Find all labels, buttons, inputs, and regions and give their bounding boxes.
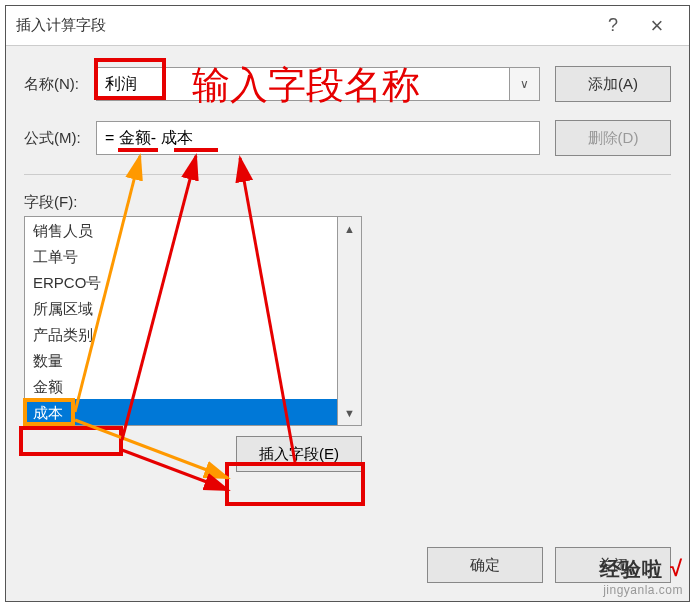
scrollbar[interactable]: ▲ ▼: [338, 216, 362, 426]
name-label: 名称(N):: [24, 75, 96, 94]
fields-label: 字段(F):: [24, 193, 671, 212]
dialog-content: 名称(N): ∨ 添加(A) 公式(M): 删除(D) 字段(F): 销售人员 …: [6, 46, 689, 482]
list-item[interactable]: 工单号: [25, 243, 337, 269]
list-item[interactable]: 产品类别: [25, 321, 337, 347]
list-item[interactable]: 销售人员: [25, 217, 337, 243]
help-button[interactable]: ?: [591, 6, 635, 46]
list-item-selected[interactable]: 成本: [25, 399, 337, 425]
list-item[interactable]: ERPCO号: [25, 269, 337, 295]
formula-label: 公式(M):: [24, 129, 96, 148]
dialog-title: 插入计算字段: [16, 16, 591, 35]
scroll-down-icon[interactable]: ▼: [338, 401, 361, 425]
add-button[interactable]: 添加(A): [555, 66, 671, 102]
delete-button[interactable]: 删除(D): [555, 120, 671, 156]
dialog-window: 插入计算字段 ? × 名称(N): ∨ 添加(A) 公式(M): 删除(D) 字…: [5, 5, 690, 602]
name-input[interactable]: [96, 67, 510, 101]
list-item[interactable]: 所属区域: [25, 295, 337, 321]
close-button-footer[interactable]: 关闭: [555, 547, 671, 583]
fields-listbox[interactable]: 销售人员 工单号 ERPCO号 所属区域 产品类别 数量 金额 成本: [24, 216, 338, 426]
list-item[interactable]: 数量: [25, 347, 337, 373]
scroll-up-icon[interactable]: ▲: [338, 217, 361, 241]
list-item[interactable]: 金额: [25, 373, 337, 399]
name-row: 名称(N): ∨ 添加(A): [24, 66, 671, 102]
name-dropdown-icon[interactable]: ∨: [510, 67, 540, 101]
name-field-wrap: ∨: [96, 67, 540, 101]
titlebar: 插入计算字段 ? ×: [6, 6, 689, 46]
formula-row: 公式(M): 删除(D): [24, 120, 671, 156]
divider: [24, 174, 671, 175]
fields-listbox-wrap: 销售人员 工单号 ERPCO号 所属区域 产品类别 数量 金额 成本 ▲ ▼: [24, 216, 362, 426]
ok-button[interactable]: 确定: [427, 547, 543, 583]
dialog-footer: 确定 关闭: [415, 547, 671, 583]
close-button[interactable]: ×: [635, 6, 679, 46]
insert-field-button[interactable]: 插入字段(E): [236, 436, 362, 472]
scroll-track[interactable]: [338, 241, 361, 401]
formula-input[interactable]: [96, 121, 540, 155]
